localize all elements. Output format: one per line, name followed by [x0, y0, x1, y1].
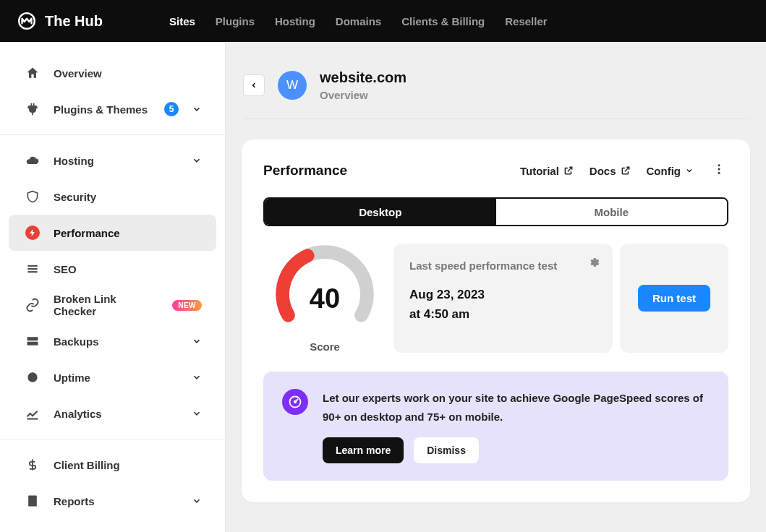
- nav-item-hosting[interactable]: Hosting: [275, 15, 315, 27]
- sidebar-item-performance[interactable]: Performance: [9, 215, 216, 251]
- nav-item-domains[interactable]: Domains: [336, 15, 381, 27]
- promo-text: Let our experts work on your site to ach…: [323, 389, 710, 426]
- heartbeat-icon: [25, 369, 41, 385]
- promo-body: Let our experts work on your site to ach…: [323, 389, 710, 463]
- sidebar-item-security[interactable]: Security: [9, 179, 216, 215]
- device-tabs: Desktop Mobile: [263, 197, 728, 226]
- nav-item-reseller[interactable]: Reseller: [505, 15, 547, 27]
- sidebar-label: Plugins & Themes: [54, 103, 148, 116]
- site-title: website.com: [320, 69, 407, 86]
- sidebar-label: Backups: [54, 335, 179, 348]
- sidebar-label: Analytics: [54, 408, 179, 420]
- sidebar-item-uptime[interactable]: Uptime: [9, 359, 216, 395]
- top-nav: The Hub Sites Plugins Hosting Domains Cl…: [0, 0, 766, 42]
- back-button[interactable]: [243, 74, 265, 96]
- more-menu-button[interactable]: [710, 160, 728, 181]
- brand[interactable]: The Hub: [17, 12, 103, 30]
- chevron-down-icon: [192, 155, 202, 166]
- dismiss-button[interactable]: Dismiss: [414, 437, 479, 463]
- learn-more-button[interactable]: Learn more: [323, 437, 404, 463]
- card-links: Tutorial Docs Config: [520, 160, 728, 181]
- separator: [0, 134, 225, 135]
- last-test-info: Last speed performance test Aug 23, 2023…: [393, 244, 613, 353]
- new-badge: NEW: [172, 300, 202, 311]
- date-line-1: Aug 23, 2023: [409, 285, 597, 304]
- dollar-icon: [25, 457, 41, 473]
- reports-icon: [25, 493, 41, 509]
- external-link-icon: [563, 166, 574, 176]
- sidebar-label: Performance: [54, 227, 202, 239]
- chevron-down-icon: [192, 408, 202, 419]
- nav-items: Sites Plugins Hosting Domains Clients & …: [169, 15, 548, 27]
- home-icon: [25, 65, 41, 81]
- sidebar: Overview Plugins & Themes 5 Hosting: [0, 42, 226, 532]
- last-test-label: Last speed performance test: [409, 258, 597, 275]
- sidebar-label: Reports: [54, 495, 179, 507]
- sidebar-item-reports[interactable]: Reports: [9, 483, 216, 519]
- svg-rect-6: [28, 496, 37, 507]
- card-header: Performance Tutorial Docs: [263, 160, 728, 181]
- svg-point-11: [294, 401, 297, 403]
- plugins-count-badge: 5: [164, 102, 179, 116]
- site-avatar: W: [278, 71, 307, 100]
- site-header: W website.com Overview: [243, 69, 750, 119]
- main-content: W website.com Overview Performance Tutor…: [226, 42, 766, 532]
- tab-desktop[interactable]: Desktop: [265, 199, 496, 225]
- card-title: Performance: [263, 163, 520, 179]
- sidebar-item-overview[interactable]: Overview: [9, 55, 216, 91]
- gauge-icon: 40: [274, 244, 375, 345]
- chevron-down-icon: [192, 496, 202, 506]
- run-test-button[interactable]: Run test: [638, 285, 710, 312]
- gear-icon[interactable]: [588, 257, 600, 271]
- brand-logo-icon: [17, 12, 36, 30]
- sidebar-label: Security: [54, 191, 202, 203]
- chevron-down-icon: [192, 372, 202, 382]
- plug-icon: [25, 101, 41, 117]
- site-titles: website.com Overview: [320, 69, 407, 101]
- svg-rect-4: [27, 337, 38, 340]
- sidebar-item-broken-link-checker[interactable]: Broken Link Checker NEW: [9, 287, 216, 323]
- sidebar-label: SEO: [54, 263, 202, 275]
- promo-actions: Learn more Dismiss: [323, 437, 710, 463]
- sidebar-label: Overview: [54, 67, 202, 80]
- performance-row: 40 Score Last speed performance test Aug…: [263, 244, 728, 353]
- separator: [0, 439, 225, 439]
- performance-card: Performance Tutorial Docs: [242, 140, 750, 502]
- score-gauge: 40 Score: [263, 244, 386, 353]
- sidebar-item-analytics[interactable]: Analytics: [9, 395, 216, 432]
- chart-icon: [25, 406, 41, 421]
- nav-item-plugins[interactable]: Plugins: [216, 15, 255, 27]
- score-value: 40: [310, 283, 340, 314]
- sidebar-label: Hosting: [54, 155, 179, 167]
- last-test-date: Aug 23, 2023 at 4:50 am: [409, 285, 597, 324]
- performance-icon: [25, 225, 41, 241]
- server-icon: [25, 333, 41, 349]
- docs-link[interactable]: Docs: [590, 165, 631, 177]
- link-label: Docs: [590, 165, 616, 177]
- chevron-down-icon: [685, 166, 694, 175]
- tutorial-link[interactable]: Tutorial: [520, 165, 574, 177]
- sidebar-item-seo[interactable]: SEO: [9, 251, 216, 287]
- sidebar-item-client-billing[interactable]: Client Billing: [9, 447, 216, 483]
- sidebar-label: Client Billing: [54, 459, 202, 471]
- config-dropdown[interactable]: Config: [647, 165, 694, 177]
- promo-banner: Let our experts work on your site to ach…: [263, 372, 728, 481]
- nav-item-sites[interactable]: Sites: [169, 15, 195, 27]
- seo-icon: [25, 261, 41, 277]
- link-label: Config: [647, 165, 681, 177]
- nav-item-clients-billing[interactable]: Clients & Billing: [401, 15, 485, 27]
- site-subtitle: Overview: [320, 89, 407, 101]
- external-link-icon: [621, 166, 631, 176]
- sidebar-item-hosting[interactable]: Hosting: [9, 142, 216, 179]
- sidebar-item-backups[interactable]: Backups: [9, 323, 216, 359]
- sidebar-item-plugins-themes[interactable]: Plugins & Themes 5: [9, 91, 216, 127]
- date-line-2: at 4:50 am: [409, 304, 597, 324]
- svg-rect-5: [27, 342, 38, 346]
- shield-icon: [25, 189, 41, 205]
- cloud-icon: [25, 153, 41, 168]
- tab-mobile[interactable]: Mobile: [496, 199, 728, 225]
- sidebar-label: Uptime: [54, 372, 179, 384]
- link-label: Tutorial: [520, 165, 559, 177]
- link-icon: [25, 297, 41, 313]
- run-test-panel: Run test: [620, 244, 728, 353]
